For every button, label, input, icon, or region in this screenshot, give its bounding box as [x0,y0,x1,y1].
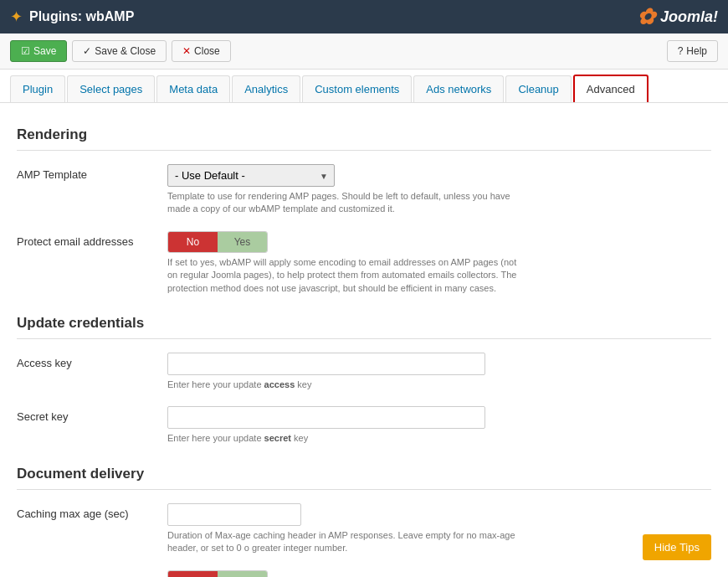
help-question-icon: ? [678,45,684,57]
secret-key-input[interactable] [167,406,485,429]
protect-email-control: No Yes If set to yes, wbAMP will apply s… [167,231,711,295]
amp-template-select[interactable]: - Use Default - [167,164,335,187]
secret-key-label: Secret key [17,406,167,423]
protect-email-yes-button[interactable]: Yes [218,232,267,252]
amp-template-label: AMP Template [17,164,167,181]
close-x-icon: ✕ [182,45,191,57]
update-credentials-section-title: Update credentials [17,315,711,339]
tab-plugin[interactable]: Plugin [10,75,65,102]
protect-email-row: Protect email addresses No Yes If set to… [17,231,711,295]
access-key-input[interactable] [167,353,485,375]
tab-analytics[interactable]: Analytics [232,75,300,102]
gzip-enabled-control: No Yes If set to yes, AMP page will be g… [167,570,711,577]
caching-max-age-control: Duration of Max-age caching header in AM… [167,503,711,555]
close-label: Close [194,45,220,57]
help-label: Help [686,45,707,57]
access-key-hint-suffix: key [295,379,311,389]
rendering-section-title: Rendering [17,126,711,151]
hide-tips-button[interactable]: Hide Tips [643,534,711,560]
protect-email-hint: If set to yes, wbAMP will apply some enc… [167,256,519,295]
gzip-enabled-toggle: No Yes [167,570,268,577]
save-close-button[interactable]: ✓ Save & Close [72,40,167,62]
tab-custom-elements[interactable]: Custom elements [302,75,412,102]
secret-key-hint-bold: secret [264,433,291,443]
tab-select-pages[interactable]: Select pages [67,75,155,102]
gzip-enabled-row: GZip enabled No Yes If set to yes, AMP p… [17,570,711,577]
save-label: Save [33,45,56,57]
access-key-row: Access key Enter here your update access… [17,353,711,391]
save-check-icon: ☑ [21,45,30,57]
secret-key-hint: Enter here your update secret key [167,432,519,445]
close-button[interactable]: ✕ Close [172,40,231,62]
protect-email-no-button[interactable]: No [168,232,218,252]
save-close-label: Save & Close [95,45,156,57]
toolbar: ☑ Save ✓ Save & Close ✕ Close ? Help [0,33,728,70]
access-key-label: Access key [17,353,167,369]
secret-key-hint-prefix: Enter here your update [167,433,264,443]
tab-ads-networks[interactable]: Ads networks [413,75,504,102]
access-key-hint: Enter here your update access key [167,379,519,391]
content-area: Rendering AMP Template - Use Default - ▼… [0,103,728,577]
save-button[interactable]: ☑ Save [10,40,67,62]
document-delivery-section-title: Document delivery [17,466,711,490]
joomla-flower-icon: ✿ [637,4,655,30]
gzip-enabled-label: GZip enabled [17,570,167,577]
access-key-hint-prefix: Enter here your update [167,379,264,389]
joomla-label: Joomla! [660,8,718,26]
tabs-bar: Plugin Select pages Meta data Analytics … [0,70,728,103]
access-key-control: Enter here your update access key [167,353,711,391]
caching-max-age-label: Caching max age (sec) [17,503,167,520]
secret-key-control: Enter here your update secret key [167,406,711,445]
save-close-check-icon: ✓ [83,45,91,57]
amp-template-hint: Template to use for rendering AMP pages.… [167,190,519,216]
caching-max-age-hint: Duration of Max-age caching header in AM… [167,529,519,555]
help-button[interactable]: ? Help [667,40,718,62]
protect-email-toggle: No Yes [167,231,268,253]
joomla-logo: ✿ Joomla! [637,4,718,30]
protect-email-label: Protect email addresses [17,231,167,248]
caching-max-age-input[interactable] [167,503,301,526]
amp-template-control: - Use Default - ▼ Template to use for re… [167,164,711,216]
caching-max-age-row: Caching max age (sec) Duration of Max-ag… [17,503,711,555]
tab-meta-data[interactable]: Meta data [156,75,230,102]
secret-key-row: Secret key Enter here your update secret… [17,406,711,445]
tab-advanced[interactable]: Advanced [573,75,649,102]
gzip-no-button[interactable]: No [168,571,218,577]
access-key-hint-bold: access [264,379,295,389]
header-left: ✦ Plugins: wbAMP [10,8,134,26]
header: ✦ Plugins: wbAMP ✿ Joomla! [0,0,728,33]
tab-cleanup[interactable]: Cleanup [505,75,571,102]
amp-template-row: AMP Template - Use Default - ▼ Template … [17,164,711,216]
amp-template-select-wrapper: - Use Default - ▼ [167,164,335,187]
page-title: Plugins: wbAMP [29,9,134,24]
gzip-yes-button[interactable]: Yes [218,571,267,577]
plugins-icon: ✦ [10,8,23,26]
secret-key-hint-suffix: key [291,433,308,443]
